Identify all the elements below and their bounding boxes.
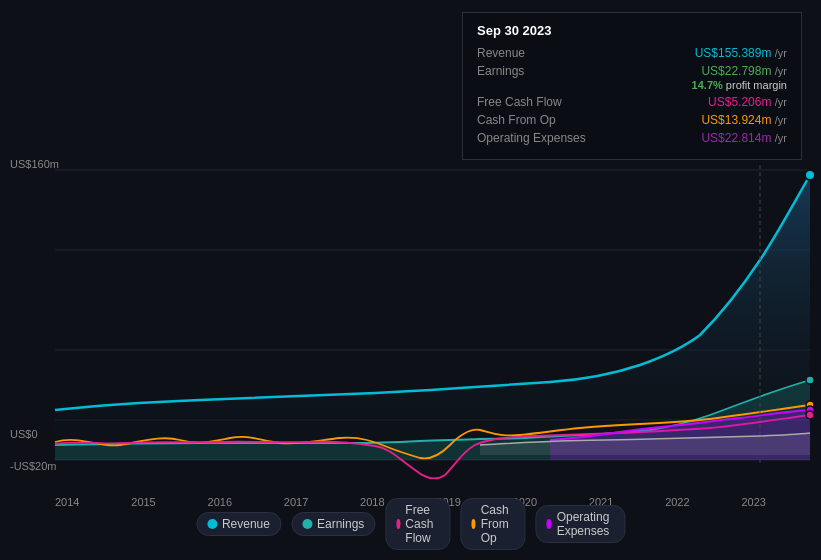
tooltip-label-opex: Operating Expenses <box>477 131 597 145</box>
tooltip-value-fcf: US$5.206m /yr <box>708 95 787 109</box>
tooltip-value-opex: US$22.814m /yr <box>701 131 787 145</box>
legend-item-revenue[interactable]: Revenue <box>196 512 281 536</box>
svg-point-7 <box>806 376 814 384</box>
legend-label-fcf: Free Cash Flow <box>405 503 439 545</box>
tooltip-value-revenue: US$155.389m /yr <box>695 46 787 60</box>
tooltip-title: Sep 30 2023 <box>477 23 787 38</box>
legend-item-cashfromop[interactable]: Cash From Op <box>460 498 525 550</box>
svg-point-10 <box>806 411 814 419</box>
tooltip-row-fcf: Free Cash Flow US$5.206m /yr <box>477 95 787 109</box>
tooltip-label-fcf: Free Cash Flow <box>477 95 597 109</box>
tooltip-row-earnings: Earnings US$22.798m /yr <box>477 64 787 78</box>
chart-svg <box>0 150 821 510</box>
legend-item-opex[interactable]: Operating Expenses <box>535 505 625 543</box>
svg-point-6 <box>805 170 815 180</box>
legend-label-cashfromop: Cash From Op <box>481 503 515 545</box>
tooltip-row-revenue: Revenue US$155.389m /yr <box>477 46 787 60</box>
tooltip-value-cashfromop: US$13.924m /yr <box>701 113 787 127</box>
tooltip-profit-margin: 14.7% profit margin <box>477 79 787 91</box>
x-label-2022: 2022 <box>665 496 689 508</box>
chart-container: Sep 30 2023 Revenue US$155.389m /yr Earn… <box>0 0 821 560</box>
tooltip-row-opex: Operating Expenses US$22.814m /yr <box>477 131 787 145</box>
tooltip-label-cashfromop: Cash From Op <box>477 113 597 127</box>
legend-item-fcf[interactable]: Free Cash Flow <box>385 498 450 550</box>
x-label-2023: 2023 <box>741 496 765 508</box>
x-label-2014: 2014 <box>55 496 79 508</box>
legend-dot-revenue <box>207 519 217 529</box>
legend-item-earnings[interactable]: Earnings <box>291 512 375 536</box>
legend-dot-fcf <box>396 519 400 529</box>
legend-dot-earnings <box>302 519 312 529</box>
legend-label-revenue: Revenue <box>222 517 270 531</box>
legend-label-earnings: Earnings <box>317 517 364 531</box>
legend-dot-cashfromop <box>471 519 475 529</box>
tooltip-label-revenue: Revenue <box>477 46 597 60</box>
tooltip-row-cashfromop: Cash From Op US$13.924m /yr <box>477 113 787 127</box>
tooltip-box: Sep 30 2023 Revenue US$155.389m /yr Earn… <box>462 12 802 160</box>
chart-legend: Revenue Earnings Free Cash Flow Cash Fro… <box>196 498 625 550</box>
legend-label-opex: Operating Expenses <box>557 510 614 538</box>
x-label-2015: 2015 <box>131 496 155 508</box>
tooltip-label-earnings: Earnings <box>477 64 597 78</box>
tooltip-value-earnings: US$22.798m /yr <box>701 64 787 78</box>
tooltip-profit-margin-text: 14.7% profit margin <box>692 79 787 91</box>
legend-dot-opex <box>546 519 551 529</box>
